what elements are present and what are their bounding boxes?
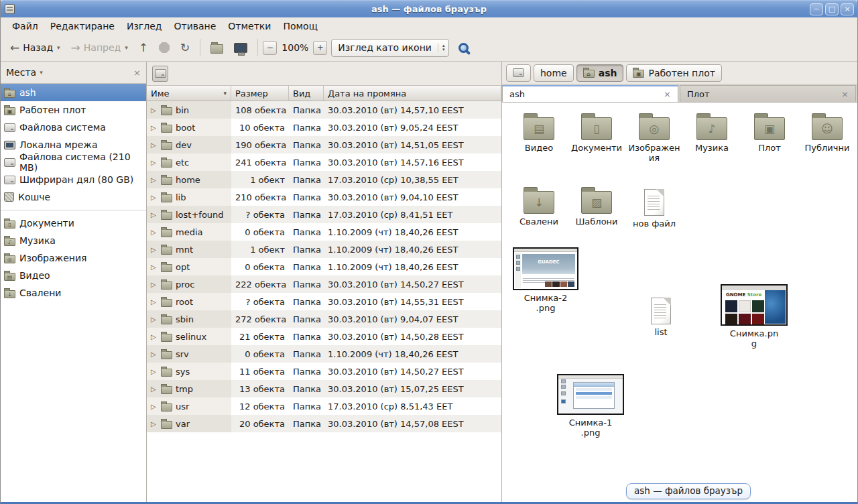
table-row[interactable]: ▷opt0 обектаПапка1.10.2009 (чт) 18,40,26… [147,258,501,275]
column-header-modified[interactable]: Дата на промяна [324,86,501,101]
menu-item-5[interactable]: Отметки [222,19,277,34]
expander-icon[interactable]: ▷ [151,298,158,306]
sidebar-item-ash[interactable]: ⌂ash [1,84,146,101]
table-row[interactable]: ▷boot10 обектаПапка30.03.2010 (вт) 9,05,… [147,119,501,136]
computer-button[interactable] [229,40,253,56]
column-header-kind[interactable]: Вид [289,86,324,101]
file-item-snimka-1[interactable]: Снимка-1.png [557,374,624,438]
table-row[interactable]: ▷srv0 обектаПапка1.10.2009 (чт) 18,40,26… [147,345,501,363]
menu-item-6[interactable]: Помощ [277,19,323,34]
expander-icon[interactable]: ▷ [151,368,158,375]
icon-item-свалени[interactable]: ↓Свалени [510,186,568,229]
icon-item-публични[interactable]: ☺Публични [798,112,856,163]
table-row[interactable]: ▷lost+found? обектаПапка17.03.2010 (ср) … [147,206,501,223]
menu-item-2[interactable]: Редактиране [44,19,121,34]
table-row[interactable]: ▷usr12 обектаПапка17.03.2010 (ср) 8,51,4… [147,397,501,415]
back-history-caret-icon[interactable]: ▾ [56,44,60,51]
tab-Плот[interactable]: Плот× [680,85,856,102]
table-row[interactable]: ▷tmp13 обектаПапка30.03.2010 (вт) 15,07,… [147,380,501,397]
expander-icon[interactable]: ▷ [151,403,158,410]
table-row[interactable]: ▷lib210 обектаПапка30.03.2010 (вт) 9,04,… [147,188,501,206]
expander-icon[interactable]: ▷ [151,124,158,131]
expander-icon[interactable]: ▷ [151,281,158,288]
tab-close-icon[interactable]: × [664,89,671,99]
close-button[interactable]: × [841,3,854,15]
minimize-button[interactable]: ─ [810,3,823,15]
expander-icon[interactable]: ▷ [151,316,158,323]
filesystem-root-button[interactable] [152,66,168,82]
back-button[interactable]: ← Назад ▾ [5,39,66,57]
table-row[interactable]: ▷dev190 обектаПапка30.03.2010 (вт) 14,51… [147,136,501,153]
view-mode-select[interactable]: Изглед като икони ▴▾ [331,39,449,57]
table-row[interactable]: ▷selinux21 обектаПапка30.03.2010 (вт) 14… [147,328,501,345]
table-row[interactable]: ▷sbin272 обектаПапка30.03.2010 (вт) 9,04… [147,310,501,328]
table-row[interactable]: ▷mnt1 обектПапка1.10.2009 (чт) 18,40,26 … [147,241,501,258]
icon-item-шаблони[interactable]: ▨Шаблони [568,186,625,229]
table-row[interactable]: ▷root? обектаПапка30.03.2010 (вт) 14,55,… [147,293,501,310]
icon-item-документи[interactable]: ▯Документи [568,112,625,163]
sidebar-close-icon[interactable]: × [133,68,141,78]
table-row[interactable]: ▷proc222 обектаПапка30.03.2010 (вт) 14,5… [147,275,501,293]
breadcrumb-button-ash[interactable]: ⌂ash [576,64,624,82]
sidebar-item-файлова-система-210-mb-[interactable]: Файлова система (210 MB) [1,153,146,171]
sidebar-item-свалени[interactable]: ↓Свалени [1,284,146,302]
zoom-in-button[interactable]: + [313,41,327,55]
reload-button[interactable]: ↻ [175,39,195,57]
maximize-button[interactable]: □ [825,3,839,15]
sidebar-item-видео[interactable]: ▤Видео [1,267,146,284]
column-header-size[interactable]: Размер [231,86,289,101]
expander-icon[interactable]: ▷ [151,107,158,114]
expander-icon[interactable]: ▷ [151,351,158,358]
window-list-button[interactable]: ash — файлов браузър [626,483,751,499]
expander-icon[interactable]: ▷ [151,211,158,218]
sidebar-item-работен-плот[interactable]: ▣Работен плот [1,101,146,119]
table-row[interactable]: ▷bin108 обектаПапка30.03.2010 (вт) 14,57… [147,101,501,119]
icon-item-нов-файл[interactable]: нов файл [625,186,683,229]
zoom-level[interactable]: 100% [277,42,313,53]
expander-icon[interactable]: ▷ [151,159,158,166]
breadcrumb-button-home[interactable]: home [534,64,574,82]
tab-close-icon[interactable]: × [841,89,849,99]
stop-button[interactable] [154,39,175,56]
expander-icon[interactable]: ▷ [151,176,158,184]
icon-view[interactable]: ▤Видео▯Документи◎Изображения♪Музика▣Плот… [502,103,857,502]
file-item-snimka-2[interactable]: GUADEC Снимка-2.png [513,247,578,313]
menu-item-1[interactable]: Файл [6,19,44,34]
expander-icon[interactable]: ▷ [151,263,158,271]
sidebar-item-шифриран-дял-80-gb-[interactable]: Шифриран дял (80 GB) [1,171,146,188]
icon-item-изображения[interactable]: ◎Изображения [625,112,683,163]
table-row[interactable]: ▷home1 обектПапка17.03.2010 (ср) 10,38,5… [147,171,501,188]
expander-icon[interactable]: ▷ [151,194,158,201]
sidebar-mode-select[interactable]: Места ▾ [6,67,43,78]
sidebar-item-музика[interactable]: ♪Музика [1,232,146,249]
expander-icon[interactable]: ▷ [151,385,158,393]
search-icon[interactable] [458,43,469,53]
table-row[interactable]: ▷sys11 обектаПапка30.03.2010 (вт) 14,50,… [147,363,501,380]
zoom-out-button[interactable]: − [263,41,277,55]
icon-item-плот[interactable]: ▣Плот [741,112,798,163]
column-header-name[interactable]: Име ▾ [147,86,231,101]
sidebar-item-изображения[interactable]: ◎Изображения [1,249,146,267]
view-mode-spinner-icon[interactable]: ▴▾ [438,44,449,52]
forward-button[interactable]: → Напред ▾ [66,39,133,57]
expander-icon[interactable]: ▷ [151,333,158,340]
menu-item-3[interactable]: Изглед [121,19,168,34]
forward-history-caret-icon[interactable]: ▾ [124,44,128,51]
menu-item-4[interactable]: Отиване [168,19,222,34]
breadcrumb-button-Работен плот[interactable]: ▣Работен плот [626,64,721,82]
icon-item-музика[interactable]: ♪Музика [683,112,741,163]
sidebar-item-файлова-система[interactable]: Файлова система [1,119,146,136]
file-item-snimka[interactable]: GNOME Store Снимка.png [721,284,788,349]
icon-item-видео[interactable]: ▤Видео [510,112,568,163]
home-button[interactable] [205,38,229,57]
up-button[interactable]: ↑ [133,39,154,57]
expander-icon[interactable]: ▷ [151,246,158,253]
breadcrumb-button-root[interactable] [506,64,531,82]
file-item-list[interactable]: list [651,294,671,337]
table-row[interactable]: ▷var20 обектаПапка30.03.2010 (вт) 14,57,… [147,415,501,432]
table-row[interactable]: ▷etc241 обектаПапка30.03.2010 (вт) 14,57… [147,153,501,171]
expander-icon[interactable]: ▷ [151,141,158,149]
table-row[interactable]: ▷media0 обектаПапка1.10.2009 (чт) 18,40,… [147,223,501,241]
tab-ash[interactable]: ash× [502,85,678,102]
sidebar-item-документи[interactable]: ▯Документи [1,214,146,232]
